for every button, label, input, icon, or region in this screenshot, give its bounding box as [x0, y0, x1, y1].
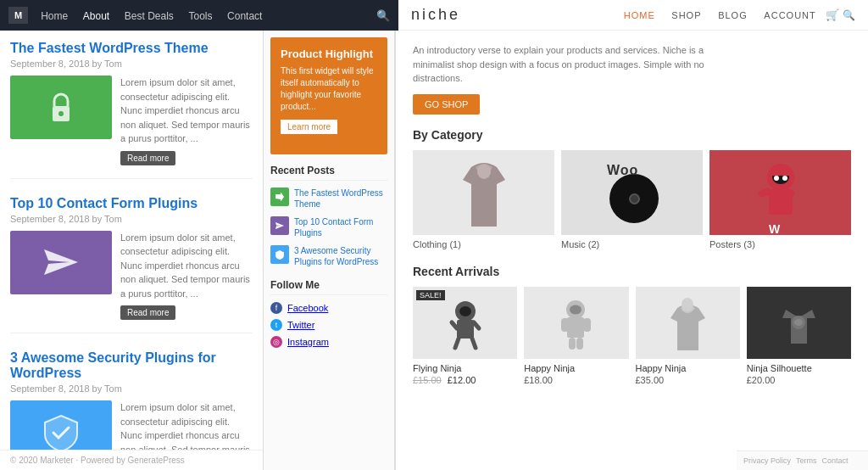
paper-plane-icon	[40, 245, 82, 279]
rp3-link[interactable]: 3 Awesome Security Plugins for WordPress	[294, 245, 387, 267]
product-ninja-silhouette-price: £20.00	[747, 375, 851, 385]
nav-about[interactable]: About	[83, 10, 109, 22]
post1-title[interactable]: The Fastest WordPress Theme	[10, 41, 253, 56]
rnav-account[interactable]: ACCOUNT	[764, 10, 815, 20]
rp3-icon	[270, 245, 289, 264]
highlight-button[interactable]: Learn more	[281, 120, 337, 134]
rp1-link[interactable]: The Fastest WordPress Theme	[294, 187, 387, 210]
post1-readmore[interactable]: Read more	[120, 151, 175, 165]
rnav-blog[interactable]: BLOG	[718, 10, 748, 20]
product-happy-ninja-2-name: Happy Ninja	[636, 363, 740, 373]
rnav-home[interactable]: HOME	[624, 10, 655, 20]
post2-thumbnail	[10, 231, 112, 294]
rp2-link[interactable]: Top 10 Contact Form Plugins	[294, 216, 387, 238]
categories-section: By Category Clothing (1)	[413, 128, 851, 249]
nav-bestdeals[interactable]: Best Deals	[125, 10, 174, 22]
site-logo[interactable]: M	[8, 7, 28, 24]
svg-rect-16	[457, 320, 474, 339]
post3-title[interactable]: 3 Awesome Security Plugins for WordPress	[10, 350, 253, 381]
woo-text: Woo	[607, 163, 638, 178]
nav-home[interactable]: Home	[41, 10, 68, 22]
hoodie-illustration	[454, 154, 514, 231]
left-sidebar: Product Highlight This first widget will…	[264, 31, 395, 470]
follow-twitter: t Twitter	[270, 319, 387, 331]
instagram-icon: ◎	[270, 336, 282, 348]
shop-intro-text: An introductory verse to explain your pr…	[413, 43, 735, 86]
cart-icon[interactable]: 🛒	[826, 8, 839, 21]
recent-post-3: 3 Awesome Security Plugins for WordPress	[270, 245, 387, 267]
product-grid: SALE! Flying Ninja £15.00	[413, 287, 851, 385]
product-ninja-silhouette[interactable]: Ninja Silhouette £20.00	[747, 287, 851, 385]
svg-marker-3	[275, 222, 284, 229]
recent-posts-widget: Recent Posts The Fastest WordPress Theme…	[270, 165, 387, 267]
shop-brand: niche	[411, 6, 460, 24]
nav-contact[interactable]: Contact	[227, 10, 262, 22]
recent-posts-title: Recent Posts	[270, 165, 387, 181]
recent-post-1: The Fastest WordPress Theme	[270, 187, 387, 210]
old-price: £15.00	[413, 375, 442, 385]
svg-line-17	[452, 322, 457, 328]
product-ninja-silhouette-thumb	[747, 287, 851, 359]
categories-title: By Category	[413, 128, 851, 142]
post2-readmore[interactable]: Read more	[120, 305, 175, 320]
left-footer: © 2020 Marketer · Powered by GeneratePre…	[0, 450, 263, 470]
facebook-link[interactable]: Facebook	[287, 303, 328, 313]
product-happy-ninja-2-price: £35.00	[636, 375, 740, 385]
product-highlight-widget: Product Highlight This first widget will…	[270, 37, 387, 154]
facebook-icon: f	[270, 302, 282, 314]
cat-clothing-label: Clothing (1)	[413, 239, 461, 249]
follow-me-widget: Follow Me f Facebook t Twitter ◎ Instagr…	[270, 279, 387, 348]
svg-rect-24	[561, 318, 569, 332]
product-happy-ninja-1[interactable]: Happy Ninja £18.00	[524, 287, 628, 385]
cat-music[interactable]: Woo Music (2)	[561, 150, 703, 249]
right-navigation: niche HOME SHOP BLOG ACCOUNT 🛒 🔍	[398, 0, 868, 31]
svg-point-22	[570, 305, 581, 315]
lock-icon	[40, 91, 82, 125]
left-search-icon[interactable]: 🔍	[376, 9, 390, 22]
post3-meta: September 8, 2018 by Tom	[10, 383, 253, 394]
svg-rect-25	[583, 318, 591, 332]
product-flying-ninja[interactable]: SALE! Flying Ninja £15.00	[413, 287, 517, 385]
product-flying-ninja-price: £15.00 £12.00	[413, 375, 517, 385]
svg-line-18	[474, 322, 479, 328]
cat-posters[interactable]: W Posters (3)	[709, 150, 851, 249]
new-price: £12.00	[448, 375, 476, 385]
ninja-poster-illustration: W	[747, 150, 815, 235]
product-happy-ninja-2[interactable]: Happy Ninja £35.00	[636, 287, 740, 385]
instagram-link[interactable]: Instagram	[287, 337, 329, 347]
svg-line-19	[455, 339, 459, 348]
svg-marker-2	[44, 249, 78, 275]
cat-clothing[interactable]: Clothing (1)	[413, 150, 554, 249]
twitter-icon: t	[270, 319, 282, 331]
cat-posters-thumb: W	[709, 150, 851, 235]
product-flying-ninja-thumb: SALE!	[413, 287, 517, 359]
shield-icon	[40, 412, 82, 453]
cat-music-thumb: Woo	[561, 150, 703, 235]
twitter-link[interactable]: Twitter	[287, 320, 314, 330]
svg-line-20	[472, 339, 476, 348]
svg-text:W: W	[769, 222, 781, 235]
rnav-shop[interactable]: SHOP	[671, 10, 701, 20]
svg-point-28	[682, 298, 693, 311]
arrivals-section: Recent Arrivals SALE!	[413, 265, 851, 385]
left-nav-links: Home About Best Deals Tools Contact	[41, 9, 274, 22]
svg-point-11	[774, 176, 779, 181]
product-happy-ninja-1-name: Happy Ninja	[524, 363, 628, 373]
ninja-silhouette-art	[776, 293, 822, 352]
highlight-text: This first widget will style itself auto…	[281, 65, 377, 113]
go-shop-button[interactable]: GO SHOP	[413, 94, 480, 115]
left-navigation: M Home About Best Deals Tools Contact 🔍	[0, 0, 398, 31]
follow-instagram: ◎ Instagram	[270, 336, 387, 348]
follow-me-title: Follow Me	[270, 279, 387, 295]
svg-point-1	[58, 111, 64, 116]
svg-rect-27	[576, 338, 583, 350]
search-right-icon[interactable]: 🔍	[843, 9, 855, 21]
product-happy-ninja-1-thumb	[524, 287, 628, 359]
svg-rect-23	[567, 317, 584, 338]
svg-point-12	[782, 176, 787, 181]
post1-meta: September 8, 2018 by Tom	[10, 59, 253, 69]
post2-title[interactable]: Top 10 Contact Form Plugins	[10, 196, 253, 211]
follow-facebook: f Facebook	[270, 302, 387, 314]
nav-tools[interactable]: Tools	[188, 10, 212, 22]
rp1-icon	[270, 187, 289, 206]
